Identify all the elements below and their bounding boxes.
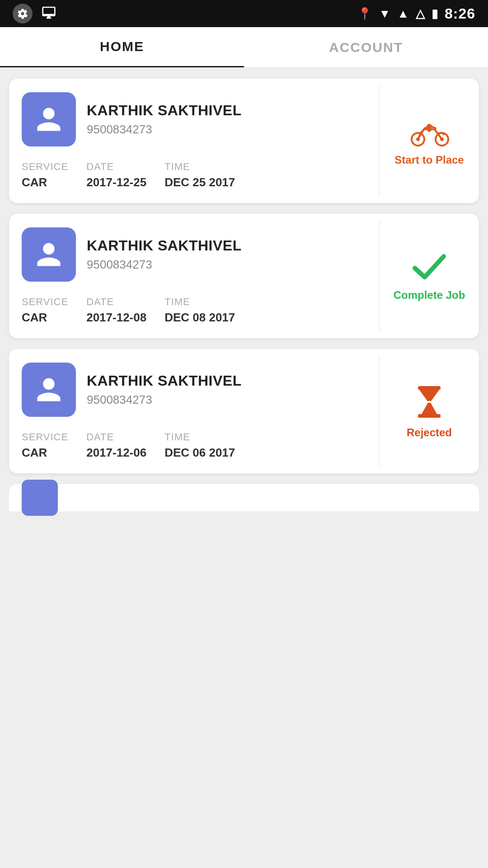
avatar-1 <box>22 92 76 146</box>
card-2-user-phone: 9500834273 <box>87 258 242 272</box>
svg-rect-6 <box>418 414 441 418</box>
svg-point-4 <box>427 124 432 129</box>
card-1-service: SERVICE CAR <box>22 161 68 189</box>
status-bar-right: 📍 ▼ ▲ △ ▮ 8:26 <box>357 5 475 22</box>
card-3-right[interactable]: Rejected <box>380 349 479 473</box>
card-2-service: SERVICE CAR <box>22 296 68 325</box>
time-display: 8:26 <box>445 5 475 22</box>
battery-icon: ▮ <box>432 7 438 21</box>
card-2-details: SERVICE CAR DATE 2017-12-08 TIME DEC 08 … <box>22 296 366 325</box>
card-1-date: DATE 2017-12-25 <box>86 161 146 189</box>
card-2-action-label: Complete Job <box>394 289 465 302</box>
card-2-date: DATE 2017-12-08 <box>86 296 146 325</box>
card-3-date: DATE 2017-12-06 <box>86 431 146 460</box>
card-3-time: TIME DEC 06 2017 <box>164 431 235 460</box>
main-content: KARTHIK SAKTHIVEL 9500834273 SERVICE CAR… <box>0 68 488 522</box>
location-icon: 📍 <box>357 7 372 21</box>
card-2-user-info: KARTHIK SAKTHIVEL 9500834273 <box>87 237 242 272</box>
job-card-1[interactable]: KARTHIK SAKTHIVEL 9500834273 SERVICE CAR… <box>9 79 479 203</box>
card-1-right[interactable]: Start to Place <box>380 79 479 203</box>
tab-account[interactable]: ACCOUNT <box>244 27 488 67</box>
job-card-2[interactable]: KARTHIK SAKTHIVEL 9500834273 SERVICE CAR… <box>9 214 479 338</box>
signal1-icon: ▲ <box>397 7 409 21</box>
avatar-partial <box>22 480 58 516</box>
card-3-user-phone: 9500834273 <box>87 393 242 407</box>
job-card-3[interactable]: KARTHIK SAKTHIVEL 9500834273 SERVICE CAR… <box>9 349 479 473</box>
card-2-left: KARTHIK SAKTHIVEL 9500834273 SERVICE CAR… <box>9 214 379 338</box>
card-1-user-row: KARTHIK SAKTHIVEL 9500834273 <box>22 92 366 146</box>
card-3-action-label: Rejected <box>407 426 452 439</box>
signal2-icon: △ <box>416 7 425 21</box>
motorcycle-icon <box>409 116 450 147</box>
card-1-details: SERVICE CAR DATE 2017-12-25 TIME DEC 25 … <box>22 161 366 189</box>
card-1-left: KARTHIK SAKTHIVEL 9500834273 SERVICE CAR… <box>9 79 379 203</box>
card-partial-hint <box>9 484 479 511</box>
card-2-user-name: KARTHIK SAKTHIVEL <box>87 237 242 254</box>
card-3-user-name: KARTHIK SAKTHIVEL <box>87 373 242 389</box>
hourglass-icon <box>413 384 445 420</box>
avatar-3 <box>22 363 76 417</box>
avatar-2 <box>22 227 76 282</box>
wifi-icon: ▼ <box>379 7 391 21</box>
card-1-user-info: KARTHIK SAKTHIVEL 9500834273 <box>87 102 242 137</box>
card-2-time: TIME DEC 08 2017 <box>164 296 235 325</box>
svg-rect-5 <box>418 386 441 390</box>
tab-home[interactable]: HOME <box>0 27 244 67</box>
card-1-time: TIME DEC 25 2017 <box>164 161 235 189</box>
card-3-user-info: KARTHIK SAKTHIVEL 9500834273 <box>87 373 242 407</box>
nav-tabs: HOME ACCOUNT <box>0 27 488 68</box>
checkmark-icon <box>411 251 447 283</box>
card-1-user-name: KARTHIK SAKTHIVEL <box>87 102 242 119</box>
card-1-user-phone: 9500834273 <box>87 123 242 137</box>
card-2-right[interactable]: Complete Job <box>380 214 479 338</box>
card-2-user-row: KARTHIK SAKTHIVEL 9500834273 <box>22 227 366 282</box>
card-1-action-label: Start to Place <box>394 154 464 166</box>
monitor-icon <box>42 5 56 22</box>
card-3-details: SERVICE CAR DATE 2017-12-06 TIME DEC 06 … <box>22 431 366 460</box>
card-3-user-row: KARTHIK SAKTHIVEL 9500834273 <box>22 363 366 417</box>
status-bar: 📍 ▼ ▲ △ ▮ 8:26 <box>0 0 488 27</box>
status-bar-left <box>13 4 56 24</box>
card-3-service: SERVICE CAR <box>22 431 68 460</box>
card-3-left: KARTHIK SAKTHIVEL 9500834273 SERVICE CAR… <box>9 349 379 473</box>
app-icon <box>13 4 33 24</box>
